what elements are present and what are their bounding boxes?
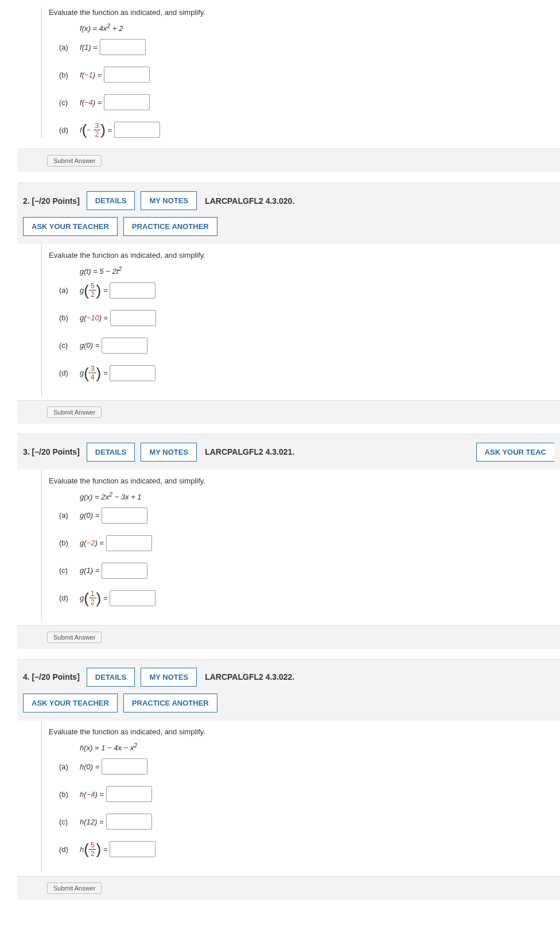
q2-refcode: LARCPALGFL2 4.3.020. xyxy=(205,196,294,206)
q3-submit-bar: Submit Answer xyxy=(17,625,560,649)
q2-practice-another-button[interactable]: PRACTICE ANOTHER xyxy=(123,217,217,236)
q4-part-a: (a) h(0) = xyxy=(59,758,560,775)
q4-refcode: LARCPALGFL2 4.3.022. xyxy=(205,672,294,681)
question-2: 2. [–/20 Points] DETAILS MY NOTES LARCPA… xyxy=(17,183,560,423)
q4-part-b: (b) h(−4) = xyxy=(59,785,560,803)
q2-c-input[interactable] xyxy=(102,338,147,354)
q3-ask-teacher-button[interactable]: ASK YOUR TEAC xyxy=(476,443,554,462)
q4-part-c: (c) h(12) = xyxy=(59,813,560,830)
q2-submit-button[interactable]: Submit Answer xyxy=(47,406,102,418)
q3-part-b: (b) g(−2) = xyxy=(59,535,560,552)
q3-b-input[interactable] xyxy=(106,535,152,551)
q3-c-input[interactable] xyxy=(102,563,147,579)
q3-header: 3. [–/20 Points] DETAILS MY NOTES LARCPA… xyxy=(17,434,560,470)
q2-mynotes-button[interactable]: MY NOTES xyxy=(141,191,197,210)
q2-intro: Evaluate the function as indicated, and … xyxy=(49,251,560,260)
q1-part-d: (d) f(− 32 ) = xyxy=(59,121,560,138)
q4-d-input[interactable] xyxy=(110,841,155,857)
q3-part-c: (c) g(1) = xyxy=(59,562,560,579)
q4-c-input[interactable] xyxy=(106,814,152,830)
q4-funcdef: h(x) = 1 − 4x − x2 xyxy=(80,742,560,752)
q1-submit-bar: Submit Answer xyxy=(17,149,560,172)
q4-submit-button[interactable]: Submit Answer xyxy=(47,882,102,894)
q1-submit-button[interactable]: Submit Answer xyxy=(47,155,102,166)
q1-a-input[interactable] xyxy=(100,39,146,55)
q4-practice-another-button[interactable]: PRACTICE ANOTHER xyxy=(123,694,217,712)
q2-part-c: (c) g(0) = xyxy=(59,337,560,354)
question-1: Evaluate the function as indicated, and … xyxy=(17,8,560,172)
q1-part-c: (c) f(−4) = xyxy=(59,94,560,111)
q2-part-d: (d) g( 34 ) = xyxy=(59,365,560,382)
q3-mynotes-button[interactable]: MY NOTES xyxy=(141,443,197,462)
question-4: 4. [–/20 Points] DETAILS MY NOTES LARCPA… xyxy=(17,659,560,900)
q1-d-input[interactable] xyxy=(114,122,160,138)
q4-header: 4. [–/20 Points] DETAILS MY NOTES LARCPA… xyxy=(17,659,560,721)
q1-intro: Evaluate the function as indicated, and … xyxy=(49,8,560,17)
q2-ask-teacher-button[interactable]: ASK YOUR TEACHER xyxy=(23,217,118,236)
q1-part-a: (a) f(1) = xyxy=(59,38,560,56)
q3-refcode: LARCPALGFL2 4.3.021. xyxy=(205,447,294,456)
q3-d-input[interactable] xyxy=(110,590,155,606)
question-3: 3. [–/20 Points] DETAILS MY NOTES LARCPA… xyxy=(17,434,560,649)
q1-b-input[interactable] xyxy=(104,67,150,83)
q2-funcdef: g(t) = 5 − 2t2 xyxy=(80,265,560,276)
q2-header: 2. [–/20 Points] DETAILS MY NOTES LARCPA… xyxy=(17,183,560,244)
q4-submit-bar: Submit Answer xyxy=(17,876,560,900)
q1-funcdef: f(x) = 4x2 + 2 xyxy=(80,22,560,33)
q4-part-d: (d) h( 52 ) = xyxy=(59,841,560,858)
q2-b-input[interactable] xyxy=(110,310,156,326)
q3-a-input[interactable] xyxy=(102,508,147,524)
q2-d-input[interactable] xyxy=(110,365,155,381)
q4-intro: Evaluate the function as indicated, and … xyxy=(49,727,560,736)
q3-submit-button[interactable]: Submit Answer xyxy=(47,632,102,643)
q3-part-a: (a) g(0) = xyxy=(59,507,560,524)
q1-c-input[interactable] xyxy=(104,94,150,110)
q3-details-button[interactable]: DETAILS xyxy=(87,443,135,462)
q3-funcdef: g(x) = 2x2 − 3x + 1 xyxy=(80,491,560,501)
q1-part-b: (b) f(−1) = xyxy=(59,66,560,83)
q2-part-a: (a) g( 52 ) = xyxy=(59,282,560,299)
q4-ask-teacher-button[interactable]: ASK YOUR TEACHER xyxy=(23,694,118,712)
q4-mynotes-button[interactable]: MY NOTES xyxy=(141,668,197,687)
q2-details-button[interactable]: DETAILS xyxy=(87,191,135,210)
q4-a-input[interactable] xyxy=(102,758,147,775)
q3-part-d: (d) g( 12 ) = xyxy=(59,590,560,607)
q2-a-input[interactable] xyxy=(110,282,155,299)
q3-intro: Evaluate the function as indicated, and … xyxy=(49,477,560,485)
q4-details-button[interactable]: DETAILS xyxy=(87,668,135,687)
q2-part-b: (b) g(−10) = xyxy=(59,309,560,327)
q2-submit-bar: Submit Answer xyxy=(17,400,560,424)
q4-b-input[interactable] xyxy=(106,786,152,802)
